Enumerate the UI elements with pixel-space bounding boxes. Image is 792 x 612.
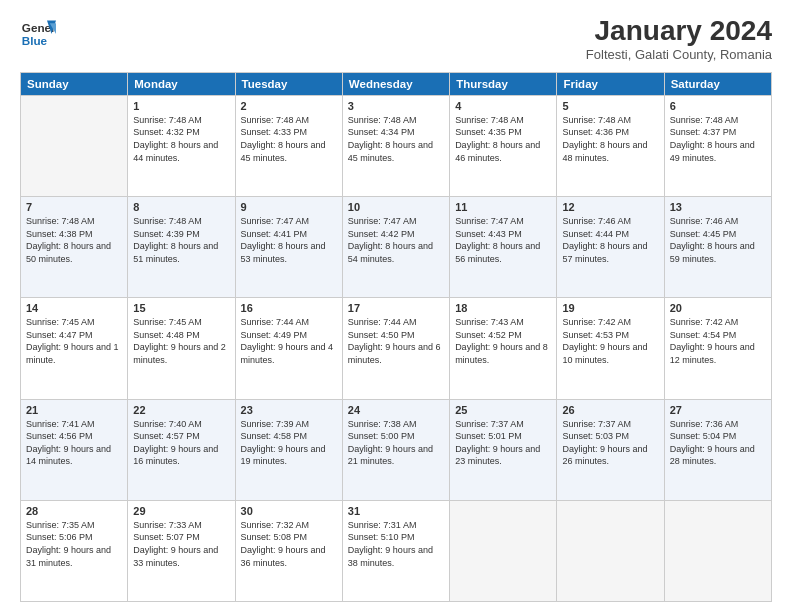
calendar-day-cell: 28 Sunrise: 7:35 AM Sunset: 5:06 PM Dayl… (21, 500, 128, 601)
day-number: 25 (455, 404, 551, 416)
calendar-day-cell: 15 Sunrise: 7:45 AM Sunset: 4:48 PM Dayl… (128, 298, 235, 399)
day-info: Sunrise: 7:37 AM Sunset: 5:03 PM Dayligh… (562, 418, 658, 468)
calendar-day-cell: 30 Sunrise: 7:32 AM Sunset: 5:08 PM Dayl… (235, 500, 342, 601)
day-info: Sunrise: 7:45 AM Sunset: 4:48 PM Dayligh… (133, 316, 229, 366)
calendar-week-row: 14 Sunrise: 7:45 AM Sunset: 4:47 PM Dayl… (21, 298, 772, 399)
calendar-day-cell: 22 Sunrise: 7:40 AM Sunset: 4:57 PM Dayl… (128, 399, 235, 500)
day-info: Sunrise: 7:41 AM Sunset: 4:56 PM Dayligh… (26, 418, 122, 468)
day-info: Sunrise: 7:46 AM Sunset: 4:44 PM Dayligh… (562, 215, 658, 265)
logo-icon: General Blue (20, 16, 56, 52)
calendar-day-cell: 7 Sunrise: 7:48 AM Sunset: 4:38 PM Dayli… (21, 197, 128, 298)
calendar-day-cell: 10 Sunrise: 7:47 AM Sunset: 4:42 PM Dayl… (342, 197, 449, 298)
day-info: Sunrise: 7:47 AM Sunset: 4:42 PM Dayligh… (348, 215, 444, 265)
month-title: January 2024 (586, 16, 772, 47)
calendar-day-cell (557, 500, 664, 601)
day-info: Sunrise: 7:48 AM Sunset: 4:36 PM Dayligh… (562, 114, 658, 164)
day-number: 30 (241, 505, 337, 517)
calendar-day-cell: 11 Sunrise: 7:47 AM Sunset: 4:43 PM Dayl… (450, 197, 557, 298)
header-tuesday: Tuesday (235, 72, 342, 95)
day-number: 10 (348, 201, 444, 213)
day-number: 7 (26, 201, 122, 213)
day-info: Sunrise: 7:31 AM Sunset: 5:10 PM Dayligh… (348, 519, 444, 569)
day-number: 5 (562, 100, 658, 112)
day-info: Sunrise: 7:42 AM Sunset: 4:54 PM Dayligh… (670, 316, 766, 366)
day-number: 23 (241, 404, 337, 416)
calendar-day-cell: 19 Sunrise: 7:42 AM Sunset: 4:53 PM Dayl… (557, 298, 664, 399)
day-number: 18 (455, 302, 551, 314)
day-info: Sunrise: 7:35 AM Sunset: 5:06 PM Dayligh… (26, 519, 122, 569)
svg-text:Blue: Blue (22, 34, 48, 47)
day-number: 13 (670, 201, 766, 213)
day-number: 24 (348, 404, 444, 416)
calendar-day-cell: 9 Sunrise: 7:47 AM Sunset: 4:41 PM Dayli… (235, 197, 342, 298)
day-number: 17 (348, 302, 444, 314)
calendar-day-cell: 20 Sunrise: 7:42 AM Sunset: 4:54 PM Dayl… (664, 298, 771, 399)
day-number: 16 (241, 302, 337, 314)
calendar-day-cell: 25 Sunrise: 7:37 AM Sunset: 5:01 PM Dayl… (450, 399, 557, 500)
calendar-day-cell: 16 Sunrise: 7:44 AM Sunset: 4:49 PM Dayl… (235, 298, 342, 399)
calendar-day-cell: 8 Sunrise: 7:48 AM Sunset: 4:39 PM Dayli… (128, 197, 235, 298)
calendar-day-cell: 6 Sunrise: 7:48 AM Sunset: 4:37 PM Dayli… (664, 95, 771, 196)
day-number: 26 (562, 404, 658, 416)
calendar-day-cell: 29 Sunrise: 7:33 AM Sunset: 5:07 PM Dayl… (128, 500, 235, 601)
calendar-day-cell: 21 Sunrise: 7:41 AM Sunset: 4:56 PM Dayl… (21, 399, 128, 500)
day-number: 28 (26, 505, 122, 517)
day-info: Sunrise: 7:48 AM Sunset: 4:39 PM Dayligh… (133, 215, 229, 265)
day-info: Sunrise: 7:38 AM Sunset: 5:00 PM Dayligh… (348, 418, 444, 468)
header-monday: Monday (128, 72, 235, 95)
day-number: 27 (670, 404, 766, 416)
header-saturday: Saturday (664, 72, 771, 95)
day-number: 3 (348, 100, 444, 112)
day-info: Sunrise: 7:43 AM Sunset: 4:52 PM Dayligh… (455, 316, 551, 366)
calendar-day-cell: 17 Sunrise: 7:44 AM Sunset: 4:50 PM Dayl… (342, 298, 449, 399)
calendar-day-cell: 24 Sunrise: 7:38 AM Sunset: 5:00 PM Dayl… (342, 399, 449, 500)
calendar-day-cell (21, 95, 128, 196)
day-number: 6 (670, 100, 766, 112)
day-number: 1 (133, 100, 229, 112)
calendar-week-row: 7 Sunrise: 7:48 AM Sunset: 4:38 PM Dayli… (21, 197, 772, 298)
header-sunday: Sunday (21, 72, 128, 95)
day-info: Sunrise: 7:44 AM Sunset: 4:50 PM Dayligh… (348, 316, 444, 366)
day-number: 20 (670, 302, 766, 314)
day-number: 11 (455, 201, 551, 213)
calendar-day-cell: 2 Sunrise: 7:48 AM Sunset: 4:33 PM Dayli… (235, 95, 342, 196)
calendar-day-cell: 23 Sunrise: 7:39 AM Sunset: 4:58 PM Dayl… (235, 399, 342, 500)
day-number: 21 (26, 404, 122, 416)
day-info: Sunrise: 7:40 AM Sunset: 4:57 PM Dayligh… (133, 418, 229, 468)
day-number: 8 (133, 201, 229, 213)
calendar-day-cell: 4 Sunrise: 7:48 AM Sunset: 4:35 PM Dayli… (450, 95, 557, 196)
header-thursday: Thursday (450, 72, 557, 95)
day-info: Sunrise: 7:33 AM Sunset: 5:07 PM Dayligh… (133, 519, 229, 569)
day-info: Sunrise: 7:48 AM Sunset: 4:33 PM Dayligh… (241, 114, 337, 164)
day-info: Sunrise: 7:36 AM Sunset: 5:04 PM Dayligh… (670, 418, 766, 468)
day-info: Sunrise: 7:47 AM Sunset: 4:41 PM Dayligh… (241, 215, 337, 265)
calendar-table: Sunday Monday Tuesday Wednesday Thursday… (20, 72, 772, 602)
day-info: Sunrise: 7:48 AM Sunset: 4:37 PM Dayligh… (670, 114, 766, 164)
day-number: 2 (241, 100, 337, 112)
day-info: Sunrise: 7:32 AM Sunset: 5:08 PM Dayligh… (241, 519, 337, 569)
day-info: Sunrise: 7:44 AM Sunset: 4:49 PM Dayligh… (241, 316, 337, 366)
page: General Blue January 2024 Foltesti, Gala… (0, 0, 792, 612)
calendar-day-cell (450, 500, 557, 601)
day-info: Sunrise: 7:48 AM Sunset: 4:35 PM Dayligh… (455, 114, 551, 164)
day-info: Sunrise: 7:48 AM Sunset: 4:32 PM Dayligh… (133, 114, 229, 164)
day-number: 14 (26, 302, 122, 314)
calendar-week-row: 1 Sunrise: 7:48 AM Sunset: 4:32 PM Dayli… (21, 95, 772, 196)
calendar-day-cell: 31 Sunrise: 7:31 AM Sunset: 5:10 PM Dayl… (342, 500, 449, 601)
header: General Blue January 2024 Foltesti, Gala… (20, 16, 772, 62)
day-info: Sunrise: 7:48 AM Sunset: 4:34 PM Dayligh… (348, 114, 444, 164)
header-friday: Friday (557, 72, 664, 95)
calendar-day-cell: 26 Sunrise: 7:37 AM Sunset: 5:03 PM Dayl… (557, 399, 664, 500)
day-number: 4 (455, 100, 551, 112)
day-info: Sunrise: 7:45 AM Sunset: 4:47 PM Dayligh… (26, 316, 122, 366)
day-info: Sunrise: 7:48 AM Sunset: 4:38 PM Dayligh… (26, 215, 122, 265)
calendar-day-cell: 14 Sunrise: 7:45 AM Sunset: 4:47 PM Dayl… (21, 298, 128, 399)
day-info: Sunrise: 7:39 AM Sunset: 4:58 PM Dayligh… (241, 418, 337, 468)
calendar-day-cell: 27 Sunrise: 7:36 AM Sunset: 5:04 PM Dayl… (664, 399, 771, 500)
day-number: 15 (133, 302, 229, 314)
day-number: 29 (133, 505, 229, 517)
calendar-day-cell: 1 Sunrise: 7:48 AM Sunset: 4:32 PM Dayli… (128, 95, 235, 196)
day-number: 22 (133, 404, 229, 416)
calendar-day-cell: 5 Sunrise: 7:48 AM Sunset: 4:36 PM Dayli… (557, 95, 664, 196)
header-row: Sunday Monday Tuesday Wednesday Thursday… (21, 72, 772, 95)
